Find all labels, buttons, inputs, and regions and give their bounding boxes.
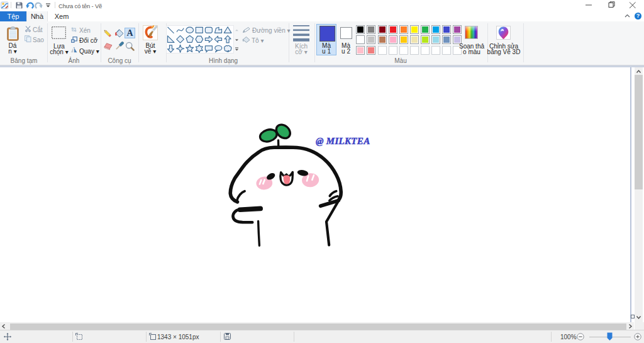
svg-text:@ MILKTEA: @ MILKTEA: [316, 136, 370, 146]
